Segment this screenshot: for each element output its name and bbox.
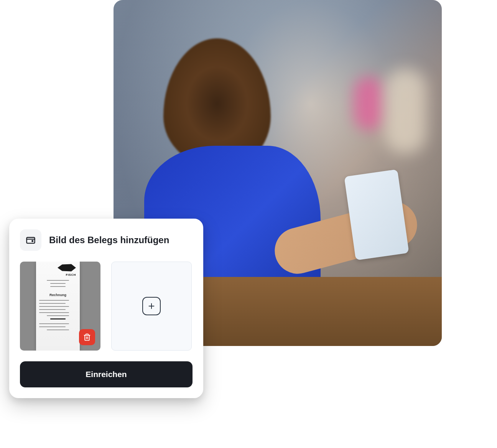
receipt-vendor-label: FISCH <box>66 273 76 277</box>
receipt-upload-card: Bild des Belegs hinzufügen FISCH Rechnun… <box>9 219 203 398</box>
card-header: Bild des Belegs hinzufügen <box>20 229 193 251</box>
trash-icon <box>83 333 91 341</box>
submit-button[interactable]: Einreichen <box>20 361 193 387</box>
delete-receipt-button[interactable] <box>79 329 95 345</box>
add-image-button[interactable] <box>111 262 192 351</box>
plus-icon <box>142 297 161 315</box>
receipt-thumbnail[interactable]: FISCH Rechnung <box>20 262 100 351</box>
image-row: FISCH Rechnung <box>20 262 193 351</box>
wallet-icon <box>20 229 41 251</box>
svg-rect-0 <box>27 237 35 243</box>
svg-point-1 <box>32 240 33 242</box>
receipt-heading: Rechnung <box>36 293 80 297</box>
card-title: Bild des Belegs hinzufügen <box>49 235 169 245</box>
